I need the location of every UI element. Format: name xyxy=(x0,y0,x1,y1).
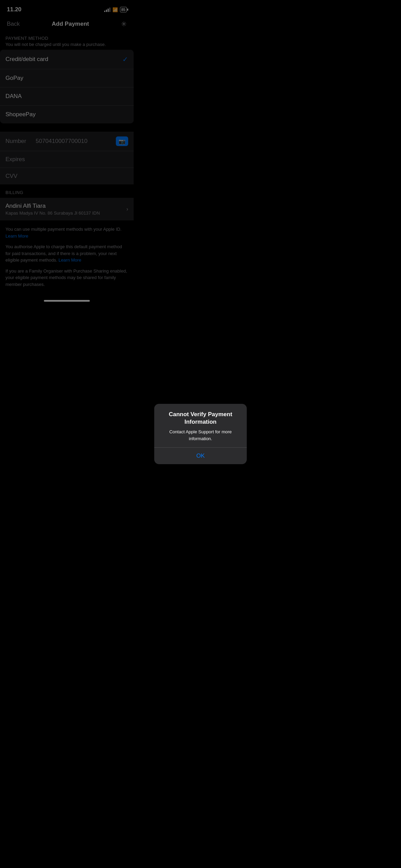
alert-overlay: Cannot Verify Payment Information Contac… xyxy=(0,0,134,307)
